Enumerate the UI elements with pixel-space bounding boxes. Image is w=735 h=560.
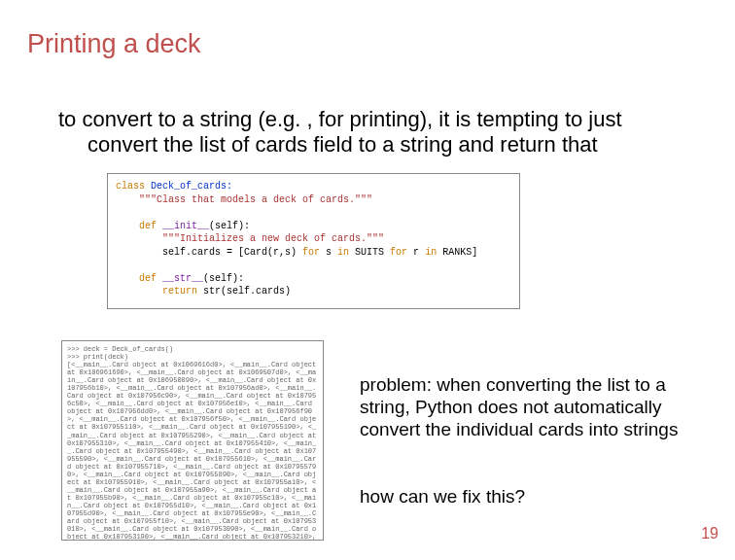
str-name: __str__: [157, 273, 203, 284]
kw-class: class: [116, 181, 145, 192]
intro-text: to convert to a string (e.g. , for print…: [58, 107, 681, 158]
kw-in2: in: [425, 247, 437, 258]
docstring2: """Initializes a new deck of cards.""": [116, 233, 384, 244]
var-s: s: [320, 247, 337, 258]
kw-def2: def: [116, 273, 157, 284]
suits: SUITS: [349, 247, 390, 258]
kw-for2: for: [390, 247, 407, 258]
problem-text: problem: when converting the list to a s…: [360, 374, 685, 440]
kw-def1: def: [116, 221, 157, 231]
intro-line2: convert the list of cards field to a str…: [58, 132, 598, 157]
ranks: RANKS]: [437, 247, 477, 258]
code-block-class: class Deck_of_cards: """Class that model…: [107, 173, 520, 309]
assign-start: self.cards = [Card(r,s): [116, 247, 302, 258]
kw-in1: in: [337, 247, 349, 258]
docstring1: """Class that models a deck of cards.""": [116, 194, 372, 205]
init-name: __init__: [157, 221, 209, 231]
page-number: 19: [701, 525, 718, 542]
intro-line1: to convert to a string (e.g. , for print…: [58, 107, 622, 131]
var-r: r: [407, 247, 425, 258]
code-block-output: >>> deck = Deck_of_cards() >>> print(dec…: [61, 340, 324, 541]
class-name: Deck_of_cards:: [145, 181, 232, 192]
question-text: how can we fix this?: [360, 486, 685, 508]
slide-title: Printing a deck: [27, 29, 201, 59]
init-params: (self):: [209, 221, 250, 231]
kw-return: return: [116, 286, 197, 297]
str-params: (self):: [203, 273, 244, 284]
return-expr: str(self.cards): [197, 286, 291, 297]
kw-for1: for: [302, 247, 320, 258]
